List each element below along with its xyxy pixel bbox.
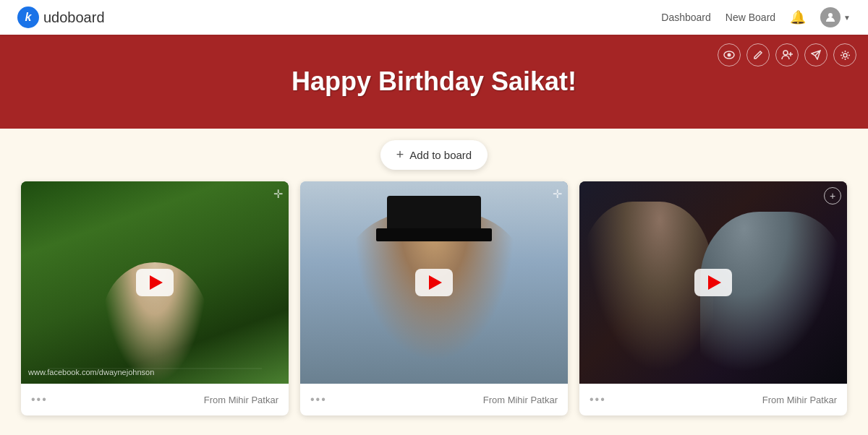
card-menu-dots-2[interactable]: ••• bbox=[310, 393, 327, 406]
add-button-label: Add to board bbox=[409, 149, 472, 161]
svg-point-0 bbox=[828, 13, 833, 17]
plus-icon: + bbox=[396, 147, 404, 163]
user-menu[interactable]: ▼ bbox=[820, 7, 851, 27]
card-watermark-1: www.facebook.com/dwaynejohnson bbox=[28, 368, 154, 376]
edit-icon-button[interactable] bbox=[746, 43, 770, 66]
content-area: + Add to board ✛ www.facebook.com/dwayne… bbox=[0, 129, 868, 435]
avatar bbox=[820, 7, 841, 27]
dashboard-link[interactable]: Dashboard bbox=[661, 12, 711, 23]
add-person-icon-button[interactable] bbox=[775, 43, 799, 66]
play-button-2[interactable] bbox=[415, 269, 453, 296]
play-triangle-icon bbox=[708, 275, 721, 290]
add-btn-wrap: + Add to board bbox=[14, 129, 854, 181]
play-triangle-icon bbox=[150, 275, 163, 290]
card-video-3: + bbox=[579, 181, 847, 384]
cards-row: ✛ www.facebook.com/dwaynejohnson ••• Fro… bbox=[14, 181, 854, 415]
card: + ••• From Mihir Patkar bbox=[579, 181, 847, 415]
card-video-2: ✛ bbox=[300, 181, 568, 384]
chevron-down-icon: ▼ bbox=[843, 14, 851, 22]
card-menu-dots-1[interactable]: ••• bbox=[31, 393, 48, 406]
drag-handle-1[interactable]: ✛ bbox=[273, 187, 283, 201]
new-board-link[interactable]: New Board bbox=[726, 12, 775, 23]
card: ✛ ••• From Mihir Patkar bbox=[300, 181, 568, 415]
card-from-3: From Mihir Patkar bbox=[762, 395, 837, 405]
svg-point-2 bbox=[728, 53, 731, 57]
svg-point-3 bbox=[783, 51, 788, 55]
logo-icon: k bbox=[17, 7, 39, 28]
card-menu-dots-3[interactable]: ••• bbox=[590, 393, 606, 406]
board-header: Happy Birthday Saikat! bbox=[0, 35, 868, 129]
card-footer-3: ••• From Mihir Patkar bbox=[579, 384, 847, 415]
toolbar-icons bbox=[718, 43, 856, 66]
svg-point-6 bbox=[843, 53, 847, 57]
play-triangle-icon bbox=[429, 275, 442, 290]
navbar-right: Dashboard New Board 🔔 ▼ bbox=[661, 7, 851, 27]
card-footer-2: ••• From Mihir Patkar bbox=[300, 384, 568, 415]
drag-handle-2[interactable]: ✛ bbox=[553, 187, 562, 201]
play-button-3[interactable] bbox=[694, 269, 732, 296]
board-title: Happy Birthday Saikat! bbox=[292, 66, 576, 97]
settings-icon-button[interactable] bbox=[833, 43, 856, 66]
view-icon-button[interactable] bbox=[718, 43, 741, 66]
card-from-2: From Mihir Patkar bbox=[483, 395, 558, 405]
send-icon-button[interactable] bbox=[804, 43, 827, 66]
logo[interactable]: k udoboard bbox=[17, 7, 105, 28]
play-button-1[interactable] bbox=[136, 269, 174, 296]
logo-text: udoboard bbox=[43, 9, 105, 26]
add-overlay-3[interactable]: + bbox=[824, 187, 841, 204]
navbar: k udoboard Dashboard New Board 🔔 ▼ bbox=[0, 0, 868, 35]
card-video-1: ✛ www.facebook.com/dwaynejohnson bbox=[21, 181, 289, 384]
card: ✛ www.facebook.com/dwaynejohnson ••• Fro… bbox=[21, 181, 289, 415]
notification-icon[interactable]: 🔔 bbox=[790, 9, 806, 25]
add-to-board-button[interactable]: + Add to board bbox=[380, 140, 488, 170]
card-from-1: From Mihir Patkar bbox=[204, 395, 278, 405]
card-footer-1: ••• From Mihir Patkar bbox=[21, 384, 289, 415]
